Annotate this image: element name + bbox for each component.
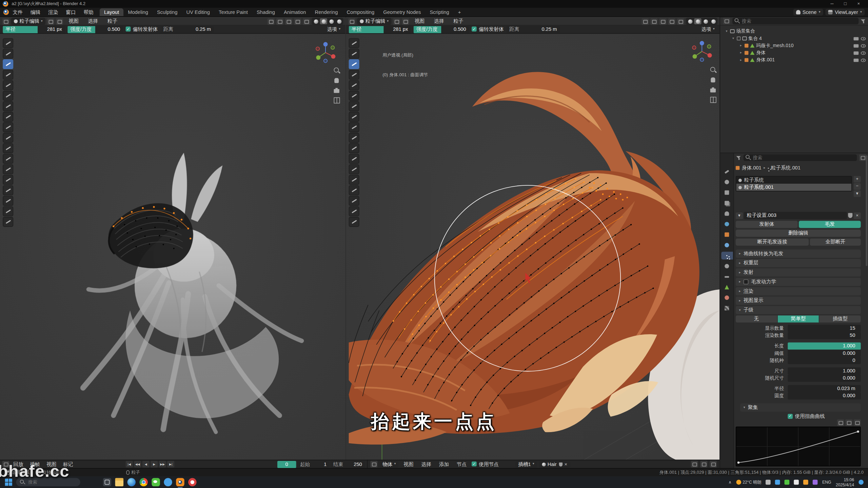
tab-physics-icon[interactable] — [721, 262, 733, 270]
tab-particles-icon[interactable] — [721, 252, 733, 260]
file-explorer-icon[interactable] — [115, 478, 123, 486]
camera-view-icon[interactable] — [333, 87, 340, 94]
tool-button[interactable] — [349, 164, 359, 174]
deflect-distance-field[interactable]: 距离 0.25 m — [507, 26, 560, 33]
overlays-icon[interactable] — [303, 18, 310, 25]
brush-radius-slider[interactable]: 半径 281 px — [349, 26, 411, 33]
tool-button[interactable] — [349, 185, 359, 195]
pin-icon[interactable] — [691, 461, 698, 468]
taskbar-clock[interactable]: 15:06 2025/4/14 — [836, 477, 854, 487]
tool-button[interactable] — [349, 206, 359, 216]
add-workspace-button[interactable]: + — [454, 8, 466, 16]
outliner-row-body001[interactable]: ▸ 身体.001 — [720, 57, 868, 64]
outliner-display-mode-icon[interactable] — [723, 18, 730, 24]
properties-search-input[interactable] — [753, 155, 854, 160]
navigation-gizmo[interactable] — [690, 39, 714, 64]
children-interpolated-button[interactable]: 插值型 — [820, 316, 861, 323]
shader-menu-view[interactable]: 视图 — [401, 461, 416, 467]
frame-start-field[interactable]: 起始1 — [297, 461, 330, 468]
viewlayer-selector[interactable]: ViewLayer ▾ — [825, 9, 865, 16]
workspace-tab-shading[interactable]: Shading — [252, 8, 279, 16]
panel-convert-curves[interactable]: ▸将曲线转换为毛发 — [736, 249, 861, 258]
tool-button[interactable] — [3, 59, 13, 69]
editor-type-icon[interactable] — [348, 18, 355, 25]
workspace-tab-animation[interactable]: Animation — [279, 8, 310, 16]
brush-settings-icon[interactable] — [402, 18, 409, 25]
tab-world-icon[interactable] — [721, 220, 733, 228]
maximize-button[interactable]: □ — [839, 0, 852, 8]
ortho-grid-icon[interactable] — [333, 97, 340, 104]
object-visibility-icon[interactable] — [268, 18, 275, 25]
tool-button[interactable] — [349, 196, 359, 206]
material-slot-dropdown[interactable]: 插槽1▾ — [515, 461, 537, 468]
radius-field[interactable]: 0.023 m — [788, 385, 861, 392]
filter-icon[interactable] — [861, 19, 866, 24]
tray-icon-6[interactable] — [813, 480, 818, 485]
panel-children[interactable]: ▾子级 — [736, 306, 861, 314]
camera-view-icon[interactable] — [710, 86, 717, 94]
weather-widget[interactable]: 22°C 晴朗 — [736, 480, 762, 485]
pan-hand-icon[interactable] — [333, 77, 340, 84]
roundness-field[interactable]: 0.000 — [788, 392, 861, 400]
tool-button[interactable] — [3, 206, 13, 216]
shading-solid-icon[interactable] — [320, 18, 327, 24]
xray-toggle-icon[interactable] — [668, 18, 675, 25]
tray-icon-2[interactable] — [775, 480, 780, 485]
threshold-field[interactable]: 0.000 — [788, 350, 861, 357]
tab-modifiers-icon[interactable] — [721, 241, 733, 249]
language-indicator[interactable]: ENG — [822, 480, 831, 485]
render-visibility-icon[interactable] — [854, 37, 859, 40]
tool-button[interactable] — [3, 101, 13, 111]
disconnect-all-button[interactable]: 全部断开 — [810, 239, 861, 246]
viewport-left-canvas[interactable] — [0, 34, 346, 460]
notification-icon[interactable] — [859, 480, 864, 485]
minimize-button[interactable]: ─ — [825, 0, 839, 8]
shader-menu-select[interactable]: 选择 — [418, 461, 434, 467]
tool-button[interactable] — [349, 143, 359, 153]
tray-icon-3[interactable] — [785, 480, 790, 485]
tool-button[interactable] — [349, 217, 359, 227]
tool-button[interactable] — [349, 59, 359, 69]
tool-button[interactable] — [3, 38, 13, 48]
tab-constraints-icon[interactable] — [721, 273, 733, 281]
menu-particle[interactable]: 粒子 — [450, 18, 467, 24]
tool-button[interactable] — [3, 91, 13, 101]
menu-file[interactable]: 文件 — [9, 9, 26, 15]
xray-toggle-icon[interactable] — [294, 18, 301, 25]
panel-render[interactable]: ▸渲染 — [736, 287, 861, 295]
hair-tab-button[interactable]: 毛发 — [799, 221, 861, 228]
remove-system-button[interactable]: − — [854, 183, 861, 190]
wechat-icon[interactable] — [152, 478, 160, 486]
shading-rendered-icon[interactable] — [335, 18, 342, 24]
workspace-tab-uvediting[interactable]: UV Editing — [182, 8, 214, 16]
tray-icon-4[interactable] — [794, 480, 799, 485]
properties-search[interactable] — [744, 155, 857, 161]
current-frame-field[interactable]: 0 — [277, 461, 296, 468]
length-slider[interactable]: 1.000 — [788, 343, 861, 350]
delete-edit-button[interactable]: 删除编辑 — [736, 230, 861, 237]
editor-type-icon[interactable] — [2, 18, 9, 25]
brush-falloff-icon[interactable] — [47, 18, 54, 25]
tab-object-icon[interactable] — [721, 231, 733, 239]
tray-icon-5[interactable] — [804, 480, 809, 485]
shading-rendered-icon[interactable] — [710, 18, 717, 24]
menu-render[interactable]: 渲染 — [44, 9, 62, 15]
deflect-emitter-checkbox[interactable]: ✓偏转发射体 — [472, 26, 504, 33]
viewport-right[interactable]: 用户透视 (局部) (0) 身体.001 : 曲面调节 — [346, 34, 719, 460]
navigation-gizmo[interactable] — [313, 40, 338, 65]
proportional-editing-icon[interactable] — [285, 18, 292, 25]
shading-wireframe-icon[interactable] — [312, 18, 319, 24]
tab-material-icon[interactable] — [721, 294, 733, 302]
tool-options-dropdown[interactable]: 选项▾ — [699, 26, 717, 33]
collection-checkbox[interactable] — [737, 37, 741, 40]
recorder-icon[interactable] — [188, 478, 196, 486]
menu-window[interactable]: 窗口 — [62, 9, 80, 15]
size-field[interactable]: 1.000 — [788, 367, 861, 374]
tool-button[interactable] — [3, 80, 13, 90]
children-none-button[interactable]: 无 — [736, 316, 778, 323]
list-specials-button[interactable]: ▾ — [854, 190, 861, 197]
panel-viewport-display[interactable]: ▸视图显示 — [736, 297, 861, 305]
shading-material-icon[interactable] — [702, 18, 709, 24]
deflect-distance-field[interactable]: 距离 0.25 m — [160, 26, 214, 33]
object-visibility-icon[interactable] — [642, 18, 649, 25]
